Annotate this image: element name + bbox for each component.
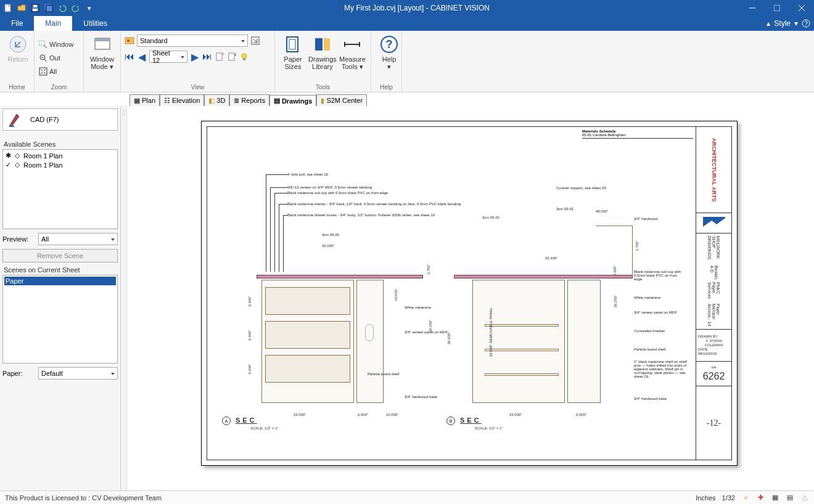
svg-rect-20 (95, 38, 110, 41)
minimize-button[interactable] (740, 0, 765, 16)
return-button[interactable]: Return (4, 32, 32, 65)
sidebar-splitter[interactable]: ⋮ (121, 106, 127, 490)
view-style-dropdown[interactable]: Standard (137, 35, 248, 47)
diamond-icon: ◇ (15, 152, 20, 160)
svg-text:?: ? (804, 20, 808, 27)
scene-item[interactable]: ✱◇Room 1 Plan (4, 151, 116, 160)
group-label-tools: Tools (279, 84, 367, 92)
zoom-out-button[interactable]: Out (38, 52, 60, 64)
help-icon[interactable]: ? (802, 19, 810, 28)
current-item[interactable]: Paper (4, 277, 116, 285)
view-style-icon[interactable] (125, 36, 134, 46)
snap-icon[interactable]: ⟡ (741, 494, 750, 502)
svg-rect-3 (33, 5, 37, 7)
tab-utilities[interactable]: Utilities (72, 16, 118, 31)
zoom-all-icon (38, 67, 48, 76)
measure-tools-button[interactable]: MeasureTools ▾ (338, 32, 367, 73)
style-label[interactable]: Style (774, 19, 791, 28)
save-all-icon[interactable] (44, 4, 53, 12)
paper-sizes-icon (283, 35, 303, 54)
window-mode-button[interactable]: WindowMode ▾ (88, 32, 117, 73)
viewtab-plan[interactable]: ▦Plan (130, 94, 160, 106)
ortho-icon[interactable]: △ (800, 494, 809, 502)
drawings-icon: ▤ (274, 97, 280, 105)
preview-dropdown[interactable]: All (38, 233, 118, 245)
units-label[interactable]: Inches (696, 494, 715, 502)
next-sheet-icon[interactable]: ▶ (190, 52, 200, 62)
paper-sizes-button[interactable]: PaperSizes (279, 32, 307, 73)
return-icon (8, 35, 28, 54)
viewtab-s2m[interactable]: ▮S2M Center (316, 94, 367, 106)
grid-icon[interactable]: ▦ (771, 494, 779, 502)
crosshair-icon[interactable]: ✚ (756, 494, 765, 502)
maximize-button[interactable] (765, 0, 789, 16)
paper-dropdown[interactable]: Default (38, 367, 118, 380)
status-bar: This Product is Licensed to : CV Develop… (0, 490, 814, 504)
current-sheet-list[interactable]: Paper (2, 275, 118, 364)
tab-file[interactable]: File (0, 16, 34, 31)
open-icon[interactable] (17, 4, 26, 12)
callout: Black melamine interior - 3/4" back, 1/2… (287, 202, 461, 206)
section-label: SEC (460, 417, 482, 424)
zoom-window-button[interactable]: Window (38, 38, 73, 51)
drawings-library-button[interactable]: DrawingsLibrary (307, 32, 338, 73)
callout: Black melamine sub-top with 0.5mm black … (287, 191, 388, 195)
available-scenes-list[interactable]: ✱◇Room 1 Plan ✓◇Room 1 Plan (2, 149, 118, 229)
last-sheet-icon[interactable]: ⏭ (202, 52, 212, 62)
viewtab-3d[interactable]: ◧3D (204, 94, 229, 106)
cad-icon (8, 112, 24, 128)
new-sheet-icon[interactable]: + (215, 52, 224, 62)
menu-bar: File Main Utilities ▴ Style ▾ ? (0, 16, 814, 31)
remove-scene-button[interactable]: Remove Scene (2, 249, 118, 262)
zoom-all-button[interactable]: All (38, 65, 57, 78)
redo-icon[interactable] (72, 4, 80, 12)
group-label-help: Help (375, 84, 398, 92)
cad-button[interactable]: CAD (F7) (2, 108, 118, 131)
save-icon[interactable] (31, 4, 39, 12)
view-tabs-row: ▦Plan ☷Elevation ◧3D ≣Reports ▤Drawings … (0, 92, 814, 106)
qat-dropdown-icon[interactable]: ▾ (85, 4, 94, 12)
license-text: This Product is Licensed to : CV Develop… (5, 494, 162, 502)
viewtab-elevation[interactable]: ☷Elevation (160, 94, 204, 106)
window-controls (740, 0, 814, 16)
s2m-icon: ▮ (321, 97, 324, 105)
sheet-dropdown[interactable]: Sheet 12 (149, 51, 187, 63)
undo-icon[interactable] (58, 4, 67, 12)
check-icon: ✓ (6, 161, 11, 169)
callout: 4' wire pull, see sheet 16 (287, 173, 328, 176)
scene-item[interactable]: ✓◇Room 1 Plan (4, 160, 116, 169)
new-icon[interactable] (4, 4, 12, 12)
prev-sheet-icon[interactable]: ◀ (137, 52, 147, 62)
group-label-view: View (125, 84, 271, 92)
scale-label[interactable]: 1/32 (722, 494, 735, 502)
svg-point-22 (127, 39, 130, 42)
expand-view-icon[interactable] (250, 36, 260, 46)
group-label-home: Home (4, 84, 30, 92)
drawings-library-icon (313, 35, 332, 54)
elevation-icon: ☷ (164, 97, 170, 105)
logo-icon (702, 216, 726, 230)
svg-rect-18 (39, 68, 47, 75)
delete-sheet-icon[interactable]: × (227, 52, 237, 62)
viewtab-drawings[interactable]: ▤Drawings (269, 95, 317, 107)
svg-rect-7 (774, 5, 780, 11)
tab-main[interactable]: Main (34, 16, 72, 31)
viewtab-reports[interactable]: ≣Reports (229, 94, 269, 106)
ribbon-collapse-icon[interactable]: ▴ (767, 19, 770, 28)
svg-text:+: + (221, 52, 224, 57)
zoom-out-icon (38, 53, 48, 63)
paper-label: Paper: (2, 370, 35, 377)
ribbon: Return Home Window Out All Zoom WindowMo… (0, 31, 814, 92)
style-dropdown-icon[interactable]: ▾ (794, 19, 798, 28)
svg-rect-5 (46, 6, 52, 12)
bulb-icon[interactable] (239, 52, 249, 62)
close-button[interactable] (789, 0, 814, 16)
quick-access-toolbar: ▾ (0, 4, 94, 12)
grid2-icon[interactable]: ▤ (786, 494, 794, 502)
first-sheet-icon[interactable]: ⏮ (125, 52, 134, 62)
paper-sheet: Materials Schedule 05-01 Cambria Belling… (201, 121, 738, 466)
help-button[interactable]: ? Help▾ (375, 32, 403, 73)
drawing-canvas[interactable]: Materials Schedule 05-01 Cambria Belling… (127, 106, 814, 490)
svg-rect-32 (315, 38, 323, 51)
diamond-icon: ◇ (15, 161, 20, 169)
